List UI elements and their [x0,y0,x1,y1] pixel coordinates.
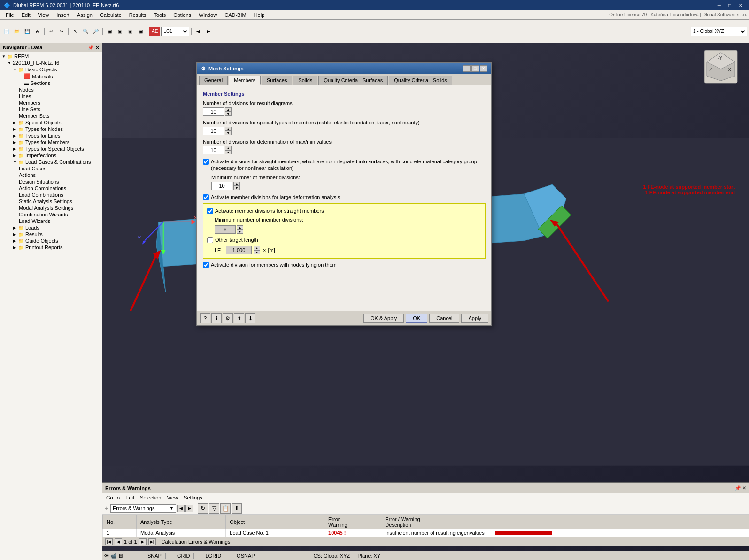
menu-options[interactable]: Options [170,11,195,19]
tab-quality-surfaces[interactable]: Quality Criteria - Surfaces [318,76,388,85]
nav-static-analysis-settings[interactable]: Static Analysis Settings [0,198,102,205]
menu-edit[interactable]: Edit [18,11,34,19]
errors-filter-button[interactable]: ▽ [209,503,219,514]
errors-export-button[interactable]: ⬆ [232,503,242,514]
nav-load-cases[interactable]: Load Cases [0,165,102,172]
nav-load-cases-combinations[interactable]: ▼ 📁 Load Cases & Combinations [0,159,102,165]
nav-design-situations[interactable]: Design Situations [0,178,102,185]
dialog-minimize-button[interactable]: ─ [463,65,471,72]
nav-line-sets[interactable]: Line Sets [0,106,102,113]
nav-close-button[interactable]: ✕ [95,45,99,50]
tb-save[interactable]: 💾 [23,27,32,36]
menu-tools[interactable]: Tools [150,11,170,19]
status-osnap[interactable]: OSNAP [233,553,259,559]
nav-materials[interactable]: 🟥 Materials [0,73,102,80]
errors-close-button[interactable]: ✕ [742,485,746,491]
nav-actions[interactable]: Actions [0,172,102,178]
title-bar-right[interactable]: ─ □ ✕ [715,2,745,9]
close-button[interactable]: ✕ [736,2,745,9]
activate-divisions-concrete-checkbox[interactable] [203,159,209,165]
le-down-button[interactable]: ▼ [254,250,260,254]
tb-zoom-out[interactable]: 🔎 [91,27,100,36]
field2-up-button[interactable]: ▲ [225,127,232,131]
menu-window[interactable]: Window [195,11,221,19]
errors-prev-button[interactable]: ◀ [177,505,185,512]
cancel-button[interactable]: Cancel [429,314,459,323]
field2-input[interactable] [203,127,224,135]
status-snap[interactable]: SNAP [144,553,166,559]
tb-zoom-in[interactable]: 🔍 [81,27,90,36]
errors-pin-button[interactable]: 📌 [735,485,741,491]
tb-render[interactable]: ◀ [193,27,203,36]
tb-ae[interactable]: AE [149,27,160,36]
activate-straight-members-checkbox[interactable] [207,208,213,214]
maximize-button[interactable]: □ [726,2,734,9]
menu-cad-bim[interactable]: CAD-BIM [221,11,250,19]
help-icon-button[interactable]: ? [200,313,210,323]
screen-icon[interactable]: 🖥 [118,553,123,559]
tb-undo[interactable]: ↩ [46,27,56,36]
export-icon-button[interactable]: ⬆ [234,313,244,323]
tb-redo[interactable]: ↪ [57,27,66,36]
status-lgrid[interactable]: LGRID [201,553,225,559]
nav-combination-wizards[interactable]: Combination Wizards [0,211,102,218]
nav-basic-objects[interactable]: ▼ 📁 Basic Objects [0,66,102,73]
field2-down-button[interactable]: ▼ [225,131,232,135]
tb-view-front[interactable]: ▣ [105,27,114,36]
nav-prev-button[interactable]: ◀ [115,538,122,545]
tab-members[interactable]: Members [229,76,261,85]
dialog-maximize-button[interactable]: □ [471,65,479,72]
menu-assign[interactable]: Assign [73,11,96,19]
minimize-button[interactable]: ─ [715,2,724,9]
le-up-button[interactable]: ▲ [254,246,260,250]
nav-members[interactable]: Members [0,100,102,106]
dialog-close-button[interactable]: ✕ [480,65,487,72]
field1-down-button[interactable]: ▼ [225,112,232,116]
large-deformation-checkbox[interactable] [203,194,209,200]
nav-load-wizards[interactable]: Load Wizards [0,218,102,224]
errors-menu-selection[interactable]: Selection [138,494,163,501]
ok-button[interactable]: OK [406,314,427,323]
tb-open[interactable]: 📂 [12,27,22,36]
errors-titlebar-controls[interactable]: 📌 ✕ [735,485,746,491]
nav-last-button[interactable]: ▶| [148,538,156,545]
tab-general[interactable]: General [199,76,228,85]
info-icon-button[interactable]: ℹ [211,313,222,323]
coord-system-dropdown[interactable]: 1 - Global XYZ [691,27,747,36]
nav-modal-analysis-settings[interactable]: Modal Analysis Settings [0,205,102,211]
nav-types-special[interactable]: ▶ 📁 Types for Special Objects [0,146,102,152]
menu-help[interactable]: Help [250,11,269,19]
nav-imperfections[interactable]: ▶ 📁 Imperfections [0,152,102,159]
errors-dropdown[interactable]: Errors & Warnings ▼ [110,504,176,513]
min-div-up-button[interactable]: ▲ [233,182,240,186]
nav-pin-button[interactable]: 📌 [88,45,93,50]
nav-action-combinations[interactable]: Action Combinations [0,185,102,192]
ok-apply-button[interactable]: OK & Apply [363,314,404,323]
errors-copy-button[interactable]: 📋 [220,503,231,514]
other-target-length-checkbox[interactable] [207,237,213,243]
field3-up-button[interactable]: ▲ [225,146,232,150]
tab-solids[interactable]: Solids [293,76,317,85]
field3-input[interactable] [203,146,224,154]
nav-special-objects[interactable]: ▶ 📁 Special Objects [0,119,102,126]
errors-menu-edit[interactable]: Edit [124,494,136,501]
tab-surfaces[interactable]: Surfaces [262,76,292,85]
field1-up-button[interactable]: ▲ [225,107,232,112]
nodes-lying-checkbox[interactable] [203,262,209,268]
status-grid[interactable]: GRID [173,553,194,559]
min-div-down-button[interactable]: ▼ [233,186,240,190]
tb-new[interactable]: 📄 [2,27,11,36]
nav-rfem-root[interactable]: ▼ 📁 RFEM [0,53,102,60]
errors-menu-settings[interactable]: Settings [182,494,204,501]
nav-first-button[interactable]: |◀ [105,538,113,545]
field1-input[interactable] [203,107,224,116]
min-divisions-input[interactable] [211,182,232,190]
import-icon-button[interactable]: ⬇ [245,313,255,323]
video-icon[interactable]: 📹 [110,553,117,559]
errors-refresh-button[interactable]: ↻ [198,503,208,514]
tb-view-top[interactable]: ▣ [125,27,135,36]
menu-file[interactable]: File [2,11,18,19]
menu-insert[interactable]: Insert [53,11,73,19]
nav-sections[interactable]: ▬ Sections [0,80,102,86]
tb-view-side[interactable]: ▣ [115,27,124,36]
